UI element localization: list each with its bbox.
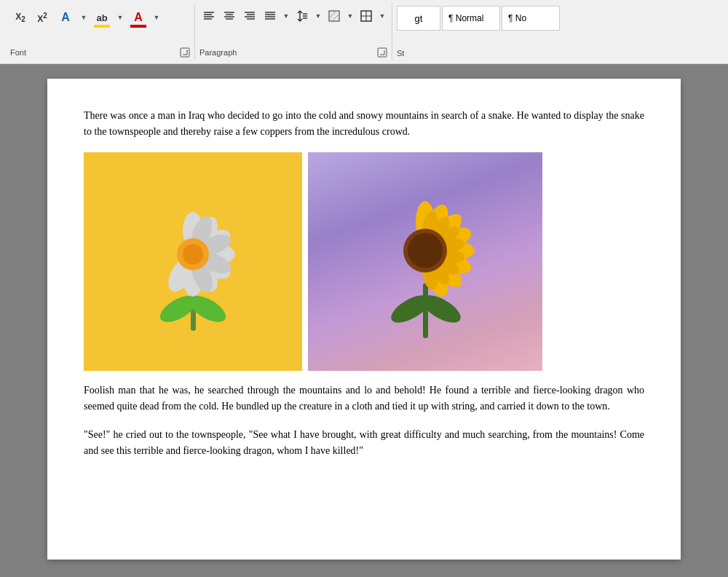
chevron-down-icon: ▼ (81, 14, 87, 21)
svg-rect-25 (378, 48, 387, 57)
superscript-icon: X2 (37, 12, 47, 24)
text-color-icon: A (134, 11, 143, 24)
highlight-color-bar (94, 25, 110, 28)
svg-rect-0 (181, 48, 189, 57)
sunflower-svg (352, 174, 498, 349)
borders-button[interactable] (357, 7, 376, 25)
highlight-dropdown[interactable]: ▼ (115, 7, 125, 28)
font-section-label-bar: Font (10, 44, 190, 58)
align-right-icon (243, 9, 256, 23)
subscript-button[interactable]: X2 (10, 7, 31, 28)
align-right-button[interactable] (240, 7, 259, 25)
document-paragraph-1: There was once a man in Iraq who decided… (84, 108, 644, 141)
align-center-icon (223, 9, 236, 23)
align-left-icon (202, 9, 215, 23)
chevron-down-icon: ▼ (283, 12, 290, 20)
font-color-button[interactable]: A (54, 6, 77, 29)
align-justify-button[interactable] (261, 7, 280, 25)
paragraph-section: ▼ ▼ (195, 3, 392, 60)
paragraph-label: Paragraph (199, 48, 237, 57)
font-expand-icon[interactable] (180, 47, 190, 58)
shading-dropdown[interactable]: ▼ (345, 6, 355, 26)
subscript-icon: X2 (15, 12, 25, 23)
shading-icon (328, 9, 341, 23)
document-paragraph-2: Foolish man that he was, he searched thr… (84, 382, 644, 415)
line-spacing-icon (296, 9, 309, 23)
style-search-input[interactable] (397, 6, 440, 31)
style-normal-item[interactable]: ¶ Normal (442, 6, 500, 31)
font-color-dropdown[interactable]: ▼ (79, 7, 89, 28)
highlight-button[interactable]: ab (90, 6, 114, 29)
align-justify-dropdown[interactable]: ▼ (281, 6, 291, 26)
styles-section-label-bar: St (397, 46, 718, 58)
purple-background (308, 152, 542, 371)
style-no-label: ¶ No (508, 13, 526, 23)
images-row (84, 152, 644, 371)
align-justify-icon (264, 9, 277, 23)
text-color-dropdown[interactable]: ▼ (151, 7, 162, 28)
svg-point-63 (408, 233, 443, 268)
chevron-down-icon: ▼ (315, 12, 322, 20)
font-label: Font (10, 48, 26, 57)
chevron-down-icon: ▼ (117, 14, 124, 21)
content-area: There was once a man in Iraq who decided… (0, 64, 728, 577)
text-color-bar (130, 25, 146, 28)
document-paragraph-3: "See!" he cried out to the townspeople, … (84, 427, 644, 460)
style-no-item[interactable]: ¶ No (502, 6, 560, 31)
line-spacing-dropdown[interactable]: ▼ (313, 6, 323, 26)
chevron-down-icon: ▼ (154, 14, 160, 21)
svg-rect-21 (329, 11, 339, 21)
styles-row: ¶ Normal ¶ No (397, 6, 718, 31)
font-format-icon: A (61, 11, 70, 24)
highlight-icon: ab (96, 12, 107, 23)
superscript-button[interactable]: X2 (32, 7, 52, 28)
paragraph-expand-icon[interactable] (377, 47, 387, 58)
borders-dropdown[interactable]: ▼ (377, 6, 387, 26)
paragraph-section-label-bar: Paragraph (199, 44, 387, 58)
line-spacing-button[interactable] (293, 7, 312, 25)
styles-section: ¶ Normal ¶ No St (392, 3, 722, 60)
align-left-button[interactable] (199, 7, 218, 25)
styles-label: St (397, 49, 404, 58)
flower-image-2 (308, 152, 542, 371)
svg-point-42 (183, 244, 203, 264)
font-section: X2 X2 A ▼ ab ▼ A (6, 3, 195, 60)
document-page: There was once a man in Iraq who decided… (47, 79, 681, 560)
daisy-svg (120, 181, 266, 342)
align-center-button[interactable] (220, 7, 239, 25)
chevron-down-icon: ▼ (379, 12, 386, 20)
toolbar: X2 X2 A ▼ ab ▼ A (0, 0, 728, 64)
shading-button[interactable] (325, 7, 344, 25)
text-color-button[interactable]: A (127, 6, 150, 29)
chevron-down-icon: ▼ (347, 12, 354, 20)
borders-icon (360, 9, 373, 23)
style-normal-label: ¶ Normal (448, 13, 483, 23)
flower-image-1 (84, 152, 302, 371)
